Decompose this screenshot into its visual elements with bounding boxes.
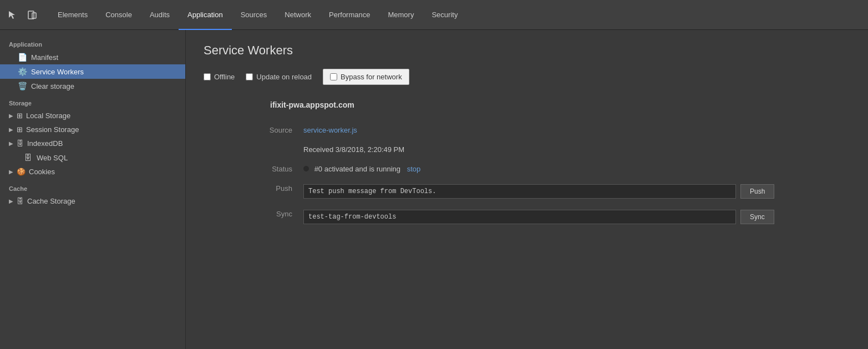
update-on-reload-checkbox[interactable] — [246, 73, 253, 80]
sidebar-item-service-workers[interactable]: ⚙️ Service Workers — [0, 64, 185, 79]
push-input[interactable] — [303, 184, 736, 199]
status-label: Status — [248, 159, 303, 179]
sync-input[interactable] — [303, 210, 736, 224]
stop-link[interactable]: stop — [407, 165, 421, 173]
content-area: Service Workers Offline Update on reload… — [186, 30, 868, 349]
tab-bar: Elements Console Audits Application Sour… — [0, 0, 868, 30]
sidebar-item-indexeddb[interactable]: ▶ 🗄 IndexedDB — [0, 136, 185, 150]
received-label — [248, 140, 303, 159]
indexeddb-icon: 🗄 — [17, 139, 24, 148]
cursor-icon[interactable] — [4, 7, 20, 23]
push-button[interactable]: Push — [740, 184, 774, 199]
tab-elements[interactable]: Elements — [49, 0, 97, 30]
source-value: service-worker.js — [303, 120, 850, 140]
source-label: Source — [248, 120, 303, 140]
web-sql-icon: 🗄 — [23, 153, 32, 162]
offline-checkbox-label[interactable]: Offline — [204, 73, 235, 81]
tab-sources[interactable]: Sources — [232, 0, 276, 30]
tab-console[interactable]: Console — [97, 0, 141, 30]
sync-button[interactable]: Sync — [740, 210, 774, 224]
page-title: Service Workers — [204, 43, 850, 58]
source-worker-link[interactable]: service-worker.js — [303, 126, 357, 134]
tab-network[interactable]: Network — [276, 0, 320, 30]
cache-section-header: Cache — [0, 179, 185, 194]
push-label: Push — [248, 179, 303, 204]
sync-input-row: Sync — [303, 210, 850, 224]
status-value: #0 activated and is running stop — [303, 159, 850, 179]
domain-header: ifixit-pwa.appspot.com — [270, 100, 850, 109]
local-storage-icon: ⊞ — [17, 112, 23, 120]
service-workers-icon: ⚙️ — [18, 67, 27, 76]
sidebar-item-cookies[interactable]: ▶ 🍪 Cookies — [0, 165, 185, 179]
toolbar-icons — [4, 7, 40, 23]
manifest-icon: 📄 — [18, 53, 27, 62]
application-section-header: Application — [0, 34, 185, 50]
offline-checkbox[interactable] — [204, 73, 211, 80]
sidebar-item-manifest[interactable]: 📄 Manifest — [0, 50, 185, 64]
tab-performance[interactable]: Performance — [320, 0, 379, 30]
tab-security[interactable]: Security — [423, 0, 466, 30]
bypass-for-network-box: Bypass for network — [323, 69, 409, 85]
storage-section-header: Storage — [0, 93, 185, 109]
tab-application[interactable]: Application — [179, 0, 232, 30]
main-layout: Application 📄 Manifest ⚙️ Service Worker… — [0, 30, 868, 349]
sidebar-item-cache-storage[interactable]: ▶ 🗄 Cache Storage — [0, 194, 185, 208]
received-value: Received 3/8/2018, 2:20:49 PM — [303, 140, 850, 159]
bypass-for-network-checkbox[interactable] — [330, 73, 337, 80]
sidebar-item-web-sql[interactable]: 🗄 Web SQL — [0, 150, 185, 165]
push-input-row: Push — [303, 184, 850, 199]
cookies-icon: 🍪 — [17, 168, 26, 176]
sidebar: Application 📄 Manifest ⚙️ Service Worker… — [0, 30, 186, 349]
session-storage-chevron: ▶ — [9, 127, 13, 133]
options-row: Offline Update on reload Bypass for netw… — [204, 69, 850, 85]
status-dot — [303, 166, 309, 171]
tab-memory[interactable]: Memory — [379, 0, 423, 30]
svg-rect-0 — [28, 11, 34, 19]
cache-storage-icon: 🗄 — [17, 197, 24, 205]
sidebar-item-session-storage[interactable]: ▶ ⊞ Session Storage — [0, 123, 185, 136]
cache-storage-chevron: ▶ — [9, 198, 13, 204]
cookies-chevron: ▶ — [9, 169, 13, 175]
update-on-reload-checkbox-label[interactable]: Update on reload — [246, 73, 312, 81]
clear-storage-icon: 🗑️ — [18, 82, 27, 90]
service-worker-info: Source service-worker.js Received 3/8/20… — [248, 120, 850, 230]
session-storage-icon: ⊞ — [17, 125, 23, 134]
tab-audits[interactable]: Audits — [141, 0, 179, 30]
push-value: Push — [303, 179, 850, 204]
sidebar-item-local-storage[interactable]: ▶ ⊞ Local Storage — [0, 109, 185, 123]
local-storage-chevron: ▶ — [9, 113, 13, 119]
sync-label: Sync — [248, 204, 303, 230]
device-icon[interactable] — [24, 7, 40, 23]
indexeddb-chevron: ▶ — [9, 140, 13, 146]
sync-value: Sync — [303, 204, 850, 230]
sidebar-item-clear-storage[interactable]: 🗑️ Clear storage — [0, 79, 185, 93]
